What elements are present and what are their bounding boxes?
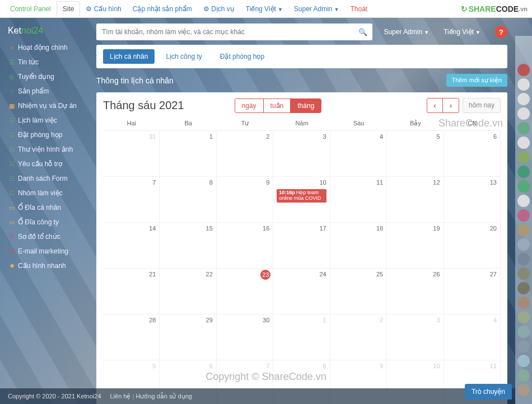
sidebar-item-15[interactable]: ✹Cấu hình nhanh bbox=[0, 259, 90, 273]
calendar-cell[interactable]: 20 bbox=[444, 223, 501, 269]
tab-lich-cong-ty[interactable]: Lịch công ty bbox=[159, 49, 208, 64]
avatar[interactable] bbox=[517, 64, 530, 76]
sidebar-item-10[interactable]: ☷Nhóm làm việc bbox=[0, 186, 90, 200]
nav-logout[interactable]: Thoát bbox=[344, 2, 373, 16]
nav-cauhinh[interactable]: ⚙ Cấu hình bbox=[80, 2, 127, 16]
calendar-cell[interactable]: 28 bbox=[103, 314, 160, 360]
sidebar-item-2[interactable]: ◎Tuyển dụng bbox=[0, 69, 90, 84]
sidebar-item-7[interactable]: ☷Thư viện hình ảnh bbox=[0, 142, 90, 157]
avatar[interactable] bbox=[517, 78, 530, 91]
avatar[interactable] bbox=[517, 93, 530, 105]
calendar-cell[interactable]: 14 bbox=[103, 223, 160, 269]
sidebar-item-3[interactable]: ○Sản phẩm bbox=[0, 84, 90, 98]
sidebar-item-5[interactable]: ☷Lịch làm việc bbox=[0, 113, 90, 128]
calendar-cell[interactable]: 1 bbox=[160, 131, 216, 177]
calendar-cell[interactable]: 25 bbox=[330, 269, 387, 314]
sidebar-item-4[interactable]: ▦Nhiệm vụ và Dự án bbox=[0, 98, 90, 113]
sidebar-item-0[interactable]: ○Hoạt động chính bbox=[0, 40, 90, 55]
sidebar-item-14[interactable]: ✉E-mail marketing bbox=[0, 244, 90, 259]
calendar-cell[interactable]: 13 bbox=[444, 177, 501, 223]
avatar[interactable] bbox=[517, 195, 530, 207]
nav-control-panel[interactable]: Control Panel bbox=[4, 2, 57, 16]
calendar-cell[interactable]: 1010:16pHọp team online mùa COVID bbox=[273, 177, 330, 223]
search-button[interactable]: 🔍 bbox=[353, 24, 372, 40]
avatar[interactable] bbox=[517, 224, 530, 236]
add-event-button[interactable]: Thêm mới sự kiện bbox=[446, 74, 507, 87]
avatar[interactable] bbox=[517, 253, 530, 265]
calendar-cell[interactable]: 27 bbox=[444, 269, 501, 314]
nav-language[interactable]: Tiếng Việt▼ bbox=[240, 2, 288, 16]
chat-button[interactable]: Trò chuyện bbox=[465, 384, 512, 400]
sidebar-item-1[interactable]: ☰Tin tức bbox=[0, 55, 90, 69]
nav-capnhat[interactable]: Cập nhật sản phẩm bbox=[127, 2, 198, 16]
calendar-cell[interactable]: 18 bbox=[330, 223, 387, 269]
avatar[interactable] bbox=[517, 326, 530, 338]
calendar-cell[interactable]: 22 bbox=[160, 269, 216, 314]
sidebar-item-6[interactable]: ☷Đặt phòng họp bbox=[0, 128, 90, 142]
calendar-cell[interactable]: 21 bbox=[103, 269, 160, 314]
avatar[interactable] bbox=[517, 151, 530, 163]
calendar-cell[interactable]: 4 bbox=[330, 131, 387, 177]
prev-button[interactable]: ‹ bbox=[427, 98, 443, 112]
calendar-cell[interactable]: 29 bbox=[160, 314, 216, 360]
avatar[interactable] bbox=[517, 311, 530, 323]
today-button[interactable]: hôm nay bbox=[463, 98, 501, 113]
sidebar-item-11[interactable]: ▭Ổ Đĩa cá nhân bbox=[0, 200, 90, 215]
footer-lienhe[interactable]: Liên hệ bbox=[110, 393, 131, 400]
avatar[interactable] bbox=[517, 340, 530, 353]
calendar-cell[interactable]: 17 bbox=[273, 223, 330, 269]
avatar[interactable] bbox=[517, 384, 530, 396]
help-button[interactable]: ? bbox=[495, 26, 507, 38]
search-input[interactable] bbox=[96, 24, 353, 40]
calendar-cell[interactable]: 16 bbox=[217, 223, 273, 269]
calendar-cell[interactable]: 3 bbox=[387, 314, 444, 360]
calendar-cell[interactable]: 7 bbox=[103, 177, 160, 223]
sidebar-item-9[interactable]: ☷Danh sách Form bbox=[0, 171, 90, 186]
calendar-cell[interactable]: 19 bbox=[387, 223, 444, 269]
sidebar-item-13[interactable]: ⚘Sơ đồ tổ chức bbox=[0, 229, 90, 244]
brand-logo[interactable]: Ketnoi24 bbox=[0, 22, 90, 40]
footer-huongdan[interactable]: Hướng dẫn sử dụng bbox=[136, 393, 192, 400]
view-month-button[interactable]: tháng bbox=[291, 99, 321, 112]
avatar[interactable] bbox=[517, 137, 530, 149]
tab-dat-phong-hop[interactable]: Đặt phòng họp bbox=[213, 49, 271, 64]
view-week-button[interactable]: tuần bbox=[264, 99, 291, 112]
calendar-cell[interactable]: 31 bbox=[103, 131, 160, 177]
calendar-cell[interactable]: 2 bbox=[330, 314, 387, 360]
avatar[interactable] bbox=[517, 267, 530, 280]
calendar-cell[interactable]: 5 bbox=[387, 131, 444, 177]
sidebar-item-8[interactable]: ☷Yêu cầu hỗ trợ bbox=[0, 157, 90, 171]
calendar-cell[interactable]: 26 bbox=[387, 269, 444, 314]
avatar[interactable] bbox=[517, 209, 530, 222]
avatar[interactable] bbox=[517, 180, 530, 192]
avatar[interactable] bbox=[517, 369, 530, 382]
nav-site[interactable]: Site bbox=[57, 1, 81, 16]
avatar[interactable] bbox=[517, 282, 530, 294]
avatar[interactable] bbox=[517, 107, 530, 120]
calendar-cell[interactable]: 1 bbox=[273, 314, 330, 360]
calendar-event[interactable]: 10:16pHọp team online mùa COVID bbox=[277, 189, 326, 203]
calendar-cell[interactable]: 8 bbox=[160, 177, 216, 223]
calendar-cell[interactable]: 23 bbox=[217, 269, 273, 314]
nav-superadmin[interactable]: Super Admin▼ bbox=[288, 2, 345, 16]
calendar-cell[interactable]: 6 bbox=[444, 131, 501, 177]
avatar[interactable] bbox=[517, 122, 530, 134]
nav-dichvu[interactable]: ⚙ Dịch vụ bbox=[198, 2, 240, 16]
calendar-cell[interactable]: 9 bbox=[217, 177, 273, 223]
calendar-cell[interactable]: 2 bbox=[217, 131, 273, 177]
user-menu[interactable]: Super Admin▼ bbox=[380, 28, 432, 36]
view-day-button[interactable]: ngày bbox=[235, 99, 264, 112]
calendar-cell[interactable]: 12 bbox=[387, 177, 444, 223]
calendar-cell[interactable]: 24 bbox=[273, 269, 330, 314]
calendar-cell[interactable]: 15 bbox=[160, 223, 216, 269]
avatar[interactable] bbox=[517, 355, 530, 367]
calendar-cell[interactable]: 30 bbox=[217, 314, 273, 360]
sidebar-item-12[interactable]: ▭Ổ Đĩa công ty bbox=[0, 215, 90, 229]
avatar[interactable] bbox=[517, 166, 530, 178]
next-button[interactable]: › bbox=[443, 98, 459, 112]
lang-menu[interactable]: Tiếng Việt▼ bbox=[440, 28, 484, 36]
avatar[interactable] bbox=[517, 297, 530, 309]
calendar-cell[interactable]: 11 bbox=[330, 177, 387, 223]
calendar-cell[interactable]: 3 bbox=[273, 131, 330, 177]
tab-lich-ca-nhan[interactable]: Lịch cá nhân bbox=[103, 49, 155, 64]
